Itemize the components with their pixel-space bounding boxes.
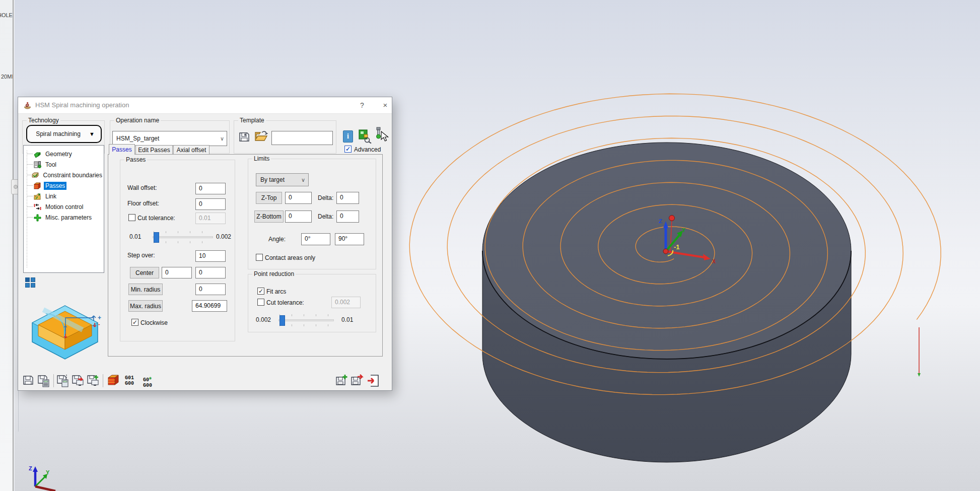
tree-item-constraint-boundaries[interactable]: Constraint boundaries <box>27 170 104 180</box>
left-panel-text-fragment: 20MM <box>1 74 14 80</box>
passes-group-label: Passes <box>124 156 147 163</box>
svg-text:Z: Z <box>659 218 662 224</box>
save-button-icon[interactable] <box>22 374 34 386</box>
floor-offset-field[interactable]: 0 <box>195 198 226 210</box>
pr-slider-track[interactable] <box>278 319 334 321</box>
slider-ticks <box>279 324 334 326</box>
save-template-icon[interactable] <box>238 131 250 143</box>
angle-from-field[interactable]: 0° <box>301 233 330 245</box>
z-top-delta-field[interactable]: 0 <box>336 192 359 204</box>
slider-ticks <box>154 231 213 233</box>
tree-item-geometry[interactable]: Geometry <box>27 149 104 159</box>
tab-passes[interactable]: Passes <box>109 144 135 155</box>
open-template-icon[interactable] <box>254 130 268 143</box>
tree-item-label: Constraint boundaries <box>42 171 104 179</box>
geometry-icon <box>33 150 42 158</box>
min-radius-field[interactable]: 0 <box>195 284 226 295</box>
tab-label: Axial offset <box>177 147 206 154</box>
tool-icon <box>33 161 42 169</box>
tree-item-tool[interactable]: Tool <box>27 159 104 170</box>
layout-squares-icon[interactable] <box>25 277 35 288</box>
pr-cut-tolerance-label: Cut tolerance: <box>266 299 304 306</box>
clockwise-label: Clockwise <box>141 319 168 326</box>
limits-mode-dropdown[interactable]: By target ∨ <box>256 173 309 186</box>
clockwise-checkbox[interactable]: ✓ <box>131 319 138 326</box>
wall-offset-label: Wall offset: <box>127 184 157 191</box>
left-panel-strip[interactable]: HOLE 20MM <box>0 0 14 491</box>
center-y-field[interactable]: 0 <box>195 267 226 278</box>
close-button[interactable]: × <box>380 100 391 110</box>
info-button[interactable]: i <box>343 130 353 143</box>
tree-item-motion-control[interactable]: Motion control <box>27 201 104 212</box>
max-radius-field[interactable]: 64.90699 <box>192 300 227 312</box>
contact-areas-checkbox[interactable] <box>256 254 263 261</box>
point-reduction-group-label: Point reduction <box>252 270 296 277</box>
mouse-cursor-icon <box>381 131 388 141</box>
pr-slider-right-label: 0.01 <box>341 316 353 323</box>
z-bottom-delta-label: Delta: <box>318 213 333 220</box>
min-radius-button[interactable]: Min. radius <box>128 284 163 295</box>
passes-stack-button[interactable] <box>107 374 120 387</box>
template-group: Template <box>234 120 336 154</box>
tolerance-slider-track[interactable] <box>153 236 213 238</box>
chevron-down-icon: ∨ <box>218 135 227 142</box>
tolerance-slider-right-label: 0.002 <box>216 233 231 240</box>
tree-item-label: Passes <box>44 182 66 190</box>
toolbar-separator <box>103 374 103 387</box>
passes-group: Passes Wall offset: 0 Floor offset: 0 Cu… <box>120 160 235 341</box>
angle-to-field[interactable]: 90° <box>335 233 364 245</box>
link-icon <box>33 192 42 200</box>
wall-offset-field[interactable]: 0 <box>195 183 226 194</box>
cut-tolerance-label: Cut tolerance: <box>137 215 175 222</box>
z-top-button[interactable]: Z-Top <box>256 192 282 204</box>
save-calculate-all-icon[interactable] <box>56 374 69 387</box>
tree-item-label: Tool <box>44 161 58 169</box>
technology-dropdown[interactable]: Spiral machining ▼ <box>26 125 102 143</box>
tab-axial-offset[interactable]: Axial offset <box>173 145 209 155</box>
tree-item-passes[interactable]: Passes <box>27 180 104 191</box>
tolerance-slider-handle[interactable] <box>154 232 159 243</box>
cut-tolerance-field: 0.01 <box>195 213 226 224</box>
gcode-g0-indicator: G0◉G00 <box>143 375 152 388</box>
z-bottom-field[interactable]: 0 <box>285 211 312 223</box>
z-top-field[interactable]: 0 <box>285 192 312 204</box>
save-and-add-operation-icon[interactable] <box>335 374 348 387</box>
dialog-titlebar[interactable]: HSM Spiral machining operation ? × <box>18 97 392 114</box>
tree-item-label: Motion control <box>44 203 85 211</box>
template-field[interactable] <box>271 131 333 145</box>
tree-item-link[interactable]: Link <box>27 191 104 201</box>
save-simulate-icon[interactable] <box>72 374 85 387</box>
tab-edit-passes[interactable]: Edit Passes <box>135 145 173 155</box>
limits-mode-value: By target <box>256 176 298 183</box>
advanced-checkbox[interactable]: ✓ <box>344 146 352 153</box>
tab-label: Edit Passes <box>138 147 170 154</box>
technology-group-label: Technology <box>27 117 60 124</box>
pr-slider-handle[interactable] <box>279 315 285 326</box>
center-x-field[interactable]: 0 <box>162 267 192 278</box>
step-over-field[interactable]: 10 <box>195 250 226 262</box>
exit-button-icon[interactable] <box>367 374 380 387</box>
fit-arcs-checkbox[interactable]: ✓ <box>257 288 264 295</box>
z-bottom-button[interactable]: Z-Bottom <box>254 211 284 223</box>
advanced-label: Advanced <box>354 146 381 153</box>
help-button[interactable]: ? <box>357 100 368 110</box>
center-button[interactable]: Center <box>130 267 159 278</box>
save-calculate-icon[interactable] <box>37 374 50 387</box>
chevron-down-icon: ∨ <box>298 177 308 183</box>
hsm-spiral-machining-dialog: HSM Spiral machining operation ? × Techn… <box>18 97 392 391</box>
cut-tolerance-checkbox[interactable] <box>128 214 135 221</box>
post-machine-icon[interactable] <box>358 128 372 144</box>
max-radius-button[interactable]: Max. radius <box>128 300 163 312</box>
fit-arcs-label: Fit arcs <box>266 288 286 295</box>
left-panel-text-fragment: HOLE <box>0 12 13 18</box>
save-add-icon[interactable] <box>87 374 100 387</box>
z-top-delta-label: Delta: <box>318 194 333 201</box>
tree-item-misc-parameters[interactable]: Misc. parameters <box>27 212 104 223</box>
limits-group: Limits By target ∨ Z-Top 0 Delta: 0 Z-Bo… <box>248 159 376 269</box>
tool-cursor-icon[interactable] <box>373 126 390 145</box>
save-and-next-icon[interactable] <box>351 374 364 387</box>
splitter-grip-icon <box>14 185 18 189</box>
pr-cut-tolerance-checkbox[interactable] <box>257 299 264 306</box>
z-bottom-delta-field[interactable]: 0 <box>336 211 359 223</box>
pr-slider-left-label: 0.002 <box>256 316 271 323</box>
